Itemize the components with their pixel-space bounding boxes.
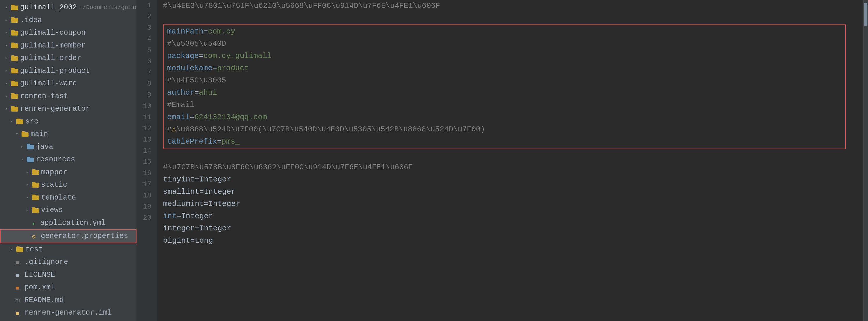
sidebar-item-label: gulimall-coupon bbox=[20, 27, 86, 38]
code-line-2 bbox=[163, 12, 858, 25]
code-editor: 1 2 3 4 5 6 7 8 9 10 11 12 13 14 15 16 1… bbox=[137, 0, 868, 321]
code-line-5: package=com.cy.gulimall bbox=[167, 50, 842, 62]
sidebar-item-license[interactable]: LICENSE bbox=[0, 269, 136, 282]
sidebar-item-readme[interactable]: README.md bbox=[0, 294, 136, 307]
sidebar-item-main[interactable]: main bbox=[0, 128, 136, 141]
code-key: moduleName bbox=[167, 62, 213, 75]
line-num-12: 12 bbox=[140, 123, 154, 134]
sidebar-item-label: README.md bbox=[25, 295, 64, 306]
folder-icon bbox=[10, 55, 19, 61]
vertical-scrollbar[interactable] bbox=[863, 0, 868, 321]
tree-arrow bbox=[5, 106, 10, 112]
sidebar-item-product[interactable]: gulimall-product bbox=[0, 65, 136, 78]
sidebar-item-iml[interactable]: renren-generator.iml bbox=[0, 307, 136, 319]
sidebar-item-pom-xml[interactable]: pom.xml bbox=[0, 281, 136, 294]
code-key: int bbox=[163, 210, 177, 223]
code-value: ahui bbox=[199, 87, 217, 99]
line-num-17: 17 bbox=[140, 179, 154, 190]
scrollbar-thumb[interactable] bbox=[864, 3, 867, 26]
code-value: Integer bbox=[181, 210, 213, 223]
xml-icon bbox=[16, 284, 23, 291]
folder-icon bbox=[26, 144, 34, 150]
sidebar-item-gitignore[interactable]: .gitignore bbox=[0, 256, 136, 269]
sidebar-item-coupon[interactable]: gulimall-coupon bbox=[0, 27, 136, 39]
folder-icon bbox=[10, 17, 19, 23]
code-equals: = bbox=[204, 26, 208, 38]
code-line-9: #Email bbox=[167, 99, 842, 111]
code-value: com.cy.gulimall bbox=[204, 50, 272, 62]
line-numbers: 1 2 3 4 5 6 7 8 9 10 11 12 13 14 15 16 1… bbox=[137, 0, 157, 321]
sidebar-item-static[interactable]: static bbox=[0, 179, 136, 192]
code-value: Integer bbox=[209, 198, 240, 210]
tree-arrow bbox=[26, 169, 31, 175]
sidebar-item-order[interactable]: gulimall-order bbox=[0, 52, 136, 65]
code-line-13 bbox=[163, 149, 858, 162]
line-num-3: 3 bbox=[140, 23, 154, 33]
folder-icon bbox=[10, 42, 19, 48]
code-line-16: smallint=Integer bbox=[163, 186, 858, 198]
code-equals: = bbox=[190, 235, 195, 247]
project-path: ~/Documents/gulimall_2002 bbox=[79, 3, 137, 12]
folder-icon bbox=[16, 119, 24, 124]
sidebar-item-renren-fast[interactable]: renren-fast bbox=[0, 90, 136, 103]
tree-arrow bbox=[5, 55, 10, 61]
code-key: smallint bbox=[163, 186, 199, 198]
sidebar-item-test[interactable]: test bbox=[0, 243, 136, 256]
line-num-1: 1 bbox=[140, 0, 154, 11]
code-content[interactable]: #\u4EE3\u7801\u751F\u6210\u5668\uFF0C\u9… bbox=[157, 0, 863, 321]
code-key: author bbox=[167, 87, 194, 99]
code-text: #\u7C7B\u578B\u8F6C\u6362\uFF0C\u914D\u7… bbox=[163, 162, 413, 174]
sidebar-item-label: src bbox=[25, 116, 38, 127]
folder-icon bbox=[10, 81, 19, 87]
code-equals: = bbox=[204, 198, 209, 210]
sidebar-item-member[interactable]: gulimall-member bbox=[0, 39, 136, 52]
project-root[interactable]: gulimall_2002 ~/Documents/gulimall_2002 bbox=[0, 1, 136, 14]
code-value: 624132134@qq.com bbox=[194, 111, 267, 123]
line-num-15: 15 bbox=[140, 156, 154, 168]
code-key: mediumint bbox=[163, 198, 204, 210]
sidebar-item-label: views bbox=[41, 205, 63, 216]
sidebar-item-label: resources bbox=[36, 154, 75, 165]
folder-icon bbox=[31, 207, 39, 213]
tree-arrow bbox=[26, 207, 31, 213]
code-value: Integer bbox=[204, 186, 236, 198]
folder-icon bbox=[10, 68, 19, 74]
folder-icon bbox=[31, 182, 39, 188]
file-tree[interactable]: gulimall_2002 ~/Documents/gulimall_2002 … bbox=[0, 0, 137, 321]
code-line-1: #\u4EE3\u7801\u751F\u6210\u5668\uFF0C\u9… bbox=[163, 0, 858, 12]
code-equals: = bbox=[199, 50, 204, 62]
code-equals: = bbox=[217, 136, 222, 148]
folder-icon bbox=[26, 157, 34, 163]
sidebar-item-application-yml[interactable]: application.yml bbox=[0, 217, 136, 230]
sidebar-item-renren-generator[interactable]: renren-generator bbox=[0, 103, 136, 115]
sidebar-item-label: .idea bbox=[20, 15, 42, 26]
code-line-12: tablePrefix=pms_ bbox=[167, 136, 842, 148]
sidebar-item-ware[interactable]: gulimall-ware bbox=[0, 77, 136, 90]
license-icon bbox=[16, 271, 23, 278]
folder-icon bbox=[21, 132, 29, 137]
sidebar-item-root-gitignore[interactable]: .gitignore bbox=[0, 319, 136, 321]
sidebar-item-generator-properties[interactable]: generator.properties bbox=[0, 229, 136, 243]
sidebar-item-resources[interactable]: resources bbox=[0, 153, 136, 166]
sidebar-item-label: application.yml bbox=[40, 217, 106, 229]
sidebar-item-template[interactable]: template bbox=[0, 192, 136, 204]
line-num-7: 7 bbox=[140, 67, 154, 78]
sidebar-item-label: renren-generator bbox=[20, 104, 90, 115]
code-key: integer bbox=[163, 223, 195, 235]
code-text: #\u5305\u540D bbox=[167, 38, 226, 50]
sidebar-item-java[interactable]: java bbox=[0, 141, 136, 153]
code-text: #⚠\u8868\u524D\u7F00(\u7C7B\u540D\u4E0D\… bbox=[167, 123, 485, 136]
sidebar-item-label: template bbox=[41, 192, 76, 203]
sidebar-item-views[interactable]: views bbox=[0, 204, 136, 217]
sidebar-item-label: renren-generator.iml bbox=[25, 307, 112, 318]
tree-arrow bbox=[5, 17, 10, 23]
code-text bbox=[163, 149, 168, 162]
code-value: pms_ bbox=[221, 136, 240, 148]
code-key: email bbox=[167, 111, 190, 123]
sidebar-item-idea[interactable]: .idea bbox=[0, 14, 136, 27]
code-equals: = bbox=[194, 87, 199, 99]
sidebar-item-mapper[interactable]: mapper bbox=[0, 166, 136, 179]
sidebar-item-src[interactable]: src bbox=[0, 115, 136, 128]
code-equals: = bbox=[199, 186, 204, 198]
sidebar-item-label: .gitignore bbox=[25, 257, 68, 268]
